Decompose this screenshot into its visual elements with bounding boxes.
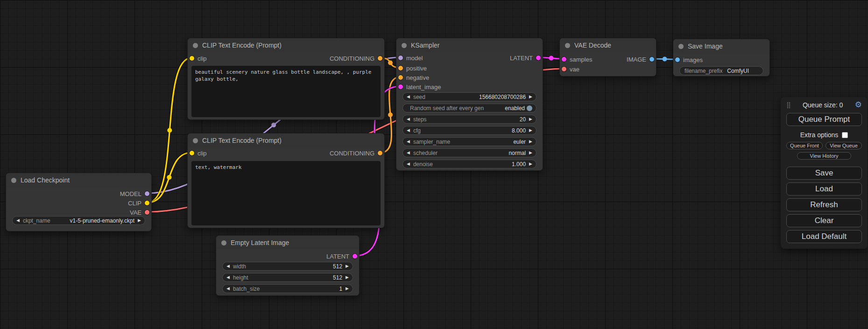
right-arrow-icon[interactable]: ▶ bbox=[529, 162, 532, 166]
prompt-textarea[interactable]: text, watermark bbox=[191, 161, 381, 225]
collapse-dot-icon[interactable] bbox=[11, 178, 16, 183]
save-button[interactable]: Save bbox=[786, 167, 862, 180]
right-arrow-icon[interactable]: ▶ bbox=[346, 287, 349, 291]
load-button[interactable]: Load bbox=[786, 182, 862, 196]
slot-dot-image[interactable] bbox=[649, 57, 654, 62]
node-vae-decode[interactable]: VAE Decode samples vae IMAGE bbox=[559, 38, 656, 77]
node-clip-text-encode-negative[interactable]: CLIP Text Encode (Prompt) clip CONDITION… bbox=[187, 133, 385, 228]
toggle-knob[interactable] bbox=[527, 105, 532, 111]
widget-denoise[interactable]: ◀ denoise 1.000 ▶ bbox=[402, 160, 536, 168]
clear-button[interactable]: Clear bbox=[786, 214, 862, 227]
right-arrow-icon[interactable]: ▶ bbox=[529, 95, 532, 99]
widget-sampler-name[interactable]: ◀ sampler_name euler ▶ bbox=[402, 137, 536, 146]
view-history-button[interactable]: View History bbox=[797, 152, 852, 160]
link-midpoint-dot-checkpoint-clip-to-positive-encode[interactable] bbox=[167, 128, 172, 133]
left-arrow-icon[interactable]: ◀ bbox=[407, 117, 410, 121]
widget-scheduler[interactable]: ◀ scheduler normal ▶ bbox=[402, 148, 536, 157]
widget-seed[interactable]: ◀ seed 156680208700286 ▶ bbox=[402, 92, 536, 101]
right-arrow-icon[interactable]: ▶ bbox=[529, 128, 532, 133]
slot-dot-images[interactable] bbox=[675, 57, 680, 62]
collapse-dot-icon[interactable] bbox=[565, 43, 570, 48]
node-clip-encode-positive-titlebar[interactable]: CLIP Text Encode (Prompt) bbox=[188, 38, 384, 52]
left-arrow-icon[interactable]: ◀ bbox=[407, 162, 410, 166]
slot-dot-vae[interactable] bbox=[562, 67, 566, 71]
drag-handle-icon[interactable]: ⣿ bbox=[786, 101, 791, 108]
slot-dot-clip[interactable] bbox=[145, 201, 149, 205]
left-arrow-icon[interactable]: ◀ bbox=[407, 95, 410, 99]
slot-dot-latent-image[interactable] bbox=[398, 84, 403, 89]
node-save-image[interactable]: Save Image images filename_prefix ComfyU… bbox=[673, 39, 770, 77]
right-arrow-icon[interactable]: ▶ bbox=[529, 140, 532, 144]
right-arrow-icon[interactable]: ▶ bbox=[529, 117, 532, 121]
collapse-dot-icon[interactable] bbox=[193, 138, 198, 143]
widget-cfg[interactable]: ◀ cfg 8.000 ▶ bbox=[402, 126, 536, 135]
load-default-button[interactable]: Load Default bbox=[786, 230, 862, 243]
collapse-dot-icon[interactable] bbox=[193, 43, 198, 48]
node-clip-text-encode-positive[interactable]: CLIP Text Encode (Prompt) clip CONDITION… bbox=[187, 38, 385, 120]
slot-dot-clip[interactable] bbox=[190, 151, 194, 155]
output-slot-latent[interactable]: LATENT bbox=[326, 252, 357, 261]
output-slot-model[interactable]: MODEL bbox=[120, 189, 149, 198]
left-arrow-icon[interactable]: ◀ bbox=[407, 128, 410, 133]
queue-prompt-button[interactable]: Queue Prompt bbox=[786, 113, 862, 126]
link-midpoint-dot-negative-conditioning-to-ksampler[interactable] bbox=[388, 112, 393, 117]
input-slot-vae[interactable]: vae bbox=[562, 64, 579, 74]
slot-dot-conditioning[interactable] bbox=[378, 151, 382, 155]
input-slot-model[interactable]: model bbox=[398, 53, 423, 63]
collapse-dot-icon[interactable] bbox=[221, 240, 226, 245]
link-midpoint-dot-decode-image-to-save[interactable] bbox=[663, 57, 667, 62]
link-midpoint-dot-checkpoint-model-to-ksampler[interactable] bbox=[271, 123, 276, 127]
refresh-button[interactable]: Refresh bbox=[786, 198, 862, 211]
output-slot-clip[interactable]: CLIP bbox=[128, 198, 149, 208]
output-slot-latent[interactable]: LATENT bbox=[510, 53, 541, 63]
slot-dot-vae[interactable] bbox=[145, 210, 149, 215]
slot-dot-model[interactable] bbox=[398, 56, 403, 60]
slot-dot-positive[interactable] bbox=[398, 66, 403, 70]
slot-dot-negative[interactable] bbox=[398, 75, 403, 80]
extra-options-checkbox[interactable] bbox=[842, 132, 848, 138]
node-clip-encode-negative-titlebar[interactable]: CLIP Text Encode (Prompt) bbox=[188, 133, 384, 147]
input-slot-latent-image[interactable]: latent_image bbox=[398, 82, 441, 91]
input-slot-samples[interactable]: samples bbox=[562, 55, 592, 64]
slot-dot-clip[interactable] bbox=[190, 56, 194, 61]
slot-dot-latent[interactable] bbox=[353, 254, 357, 259]
node-empty-latent-titlebar[interactable]: Empty Latent Image bbox=[216, 236, 359, 250]
graph-canvas[interactable]: Load Checkpoint MODEL CLIP VAE ◀ ckpt_na… bbox=[0, 0, 868, 329]
widget-steps[interactable]: ◀ steps 20 ▶ bbox=[402, 115, 536, 124]
collapse-dot-icon[interactable] bbox=[402, 43, 407, 48]
left-arrow-icon[interactable]: ◀ bbox=[16, 218, 20, 223]
left-arrow-icon[interactable]: ◀ bbox=[407, 140, 410, 144]
link-midpoint-dot-ksampler-latent-to-decode[interactable] bbox=[549, 56, 554, 61]
node-vae-decode-titlebar[interactable]: VAE Decode bbox=[560, 38, 656, 52]
input-slot-clip[interactable]: clip bbox=[190, 54, 207, 63]
node-load-checkpoint[interactable]: Load Checkpoint MODEL CLIP VAE ◀ ckpt_na… bbox=[6, 173, 152, 231]
output-slot-image[interactable]: IMAGE bbox=[627, 55, 654, 64]
node-ksampler[interactable]: KSampler model positive negative latent_… bbox=[396, 38, 543, 171]
node-load-checkpoint-titlebar[interactable]: Load Checkpoint bbox=[6, 173, 151, 187]
slot-dot-latent[interactable] bbox=[536, 56, 541, 60]
right-arrow-icon[interactable]: ▶ bbox=[529, 151, 532, 155]
widget-width[interactable]: ◀ width 512 ▶ bbox=[222, 262, 353, 271]
widget-height[interactable]: ◀ height 512 ▶ bbox=[222, 273, 353, 282]
view-queue-button[interactable]: View Queue bbox=[826, 142, 862, 149]
slot-dot-model[interactable] bbox=[145, 191, 149, 196]
input-slot-negative[interactable]: negative bbox=[398, 73, 429, 82]
left-arrow-icon[interactable]: ◀ bbox=[226, 287, 230, 291]
gear-icon[interactable]: ⚙ bbox=[855, 101, 862, 109]
output-slot-conditioning[interactable]: CONDITIONING bbox=[330, 148, 382, 158]
node-empty-latent-image[interactable]: Empty Latent Image LATENT ◀ width 512 ▶ … bbox=[216, 235, 360, 296]
widget-filename-prefix[interactable]: filename_prefix ComfyUI bbox=[679, 66, 763, 75]
link-midpoint-dot-positive-conditioning-to-ksampler[interactable] bbox=[388, 61, 393, 65]
collapse-dot-icon[interactable] bbox=[678, 44, 684, 49]
widget-ckpt-name[interactable]: ◀ ckpt_name v1-5-pruned-emaonly.ckpt ▶ bbox=[12, 216, 145, 225]
queue-front-button[interactable]: Queue Front bbox=[786, 142, 823, 149]
right-arrow-icon[interactable]: ▶ bbox=[346, 264, 349, 268]
output-slot-conditioning[interactable]: CONDITIONING bbox=[330, 54, 382, 63]
link-midpoint-dot-checkpoint-clip-to-negative-encode[interactable] bbox=[167, 175, 171, 180]
right-arrow-icon[interactable]: ▶ bbox=[346, 275, 349, 280]
widget-batch-size[interactable]: ◀ batch_size 1 ▶ bbox=[222, 284, 353, 293]
slot-dot-conditioning[interactable] bbox=[378, 56, 382, 61]
right-arrow-icon[interactable]: ▶ bbox=[138, 218, 141, 223]
input-slot-clip[interactable]: clip bbox=[190, 148, 207, 158]
node-ksampler-titlebar[interactable]: KSampler bbox=[396, 38, 543, 52]
